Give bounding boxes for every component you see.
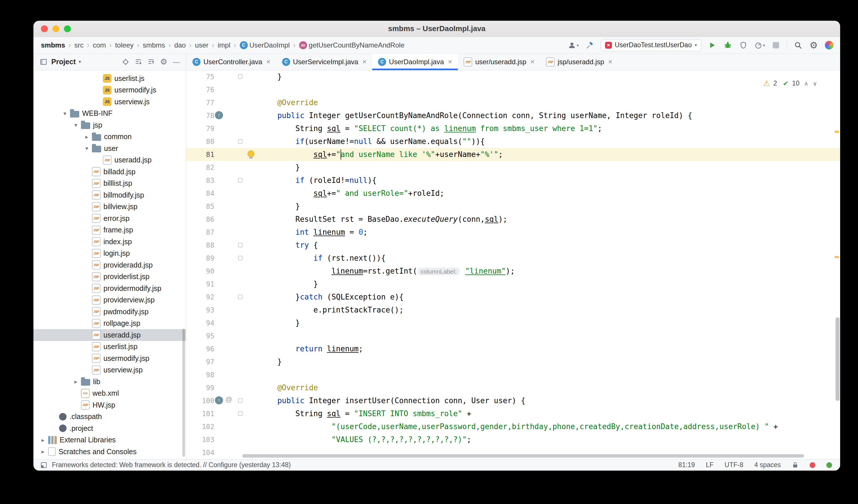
tree-item[interactable]: JSPindex.jsp: [33, 236, 186, 248]
breadcrumb-item[interactable]: toleey: [115, 41, 133, 49]
close-icon[interactable]: ×: [608, 58, 613, 65]
editor-tab[interactable]: CUserController.java×: [187, 53, 276, 70]
line-number[interactable]: 100: [186, 397, 214, 405]
code-line[interactable]: 89 if (rst.next()){: [186, 252, 840, 265]
chevron-right-icon[interactable]: ▸: [38, 448, 48, 455]
line-number[interactable]: 83: [186, 177, 214, 184]
code-line[interactable]: 102 "(userCode,userName,userPassword,gen…: [186, 420, 840, 433]
line-number[interactable]: 78: [186, 112, 214, 120]
code-line[interactable]: 92 }catch (SQLException e){: [186, 291, 840, 304]
editor-tab[interactable]: JSPjsp/useradd.jsp×: [540, 53, 618, 70]
tree-item[interactable]: ▸Scratches and Consoles: [33, 446, 186, 458]
code-line[interactable]: 93 e.printStackTrace();: [186, 304, 840, 316]
tree-item[interactable]: JSPproviderlist.jsp: [33, 271, 186, 283]
close-window-button[interactable]: [41, 25, 48, 32]
chevron-down-icon[interactable]: ▾: [81, 145, 92, 152]
warning-stripe-mark[interactable]: [835, 131, 839, 133]
line-number[interactable]: 93: [186, 306, 214, 314]
readonly-lock-icon[interactable]: [792, 462, 799, 469]
code-line[interactable]: 86 ResultSet rst = BaseDao.executeQuery(…: [186, 213, 840, 226]
tree-item[interactable]: JSPprovideradd.jsp: [33, 259, 186, 271]
code-line[interactable]: 77 @Override: [186, 96, 840, 109]
code-line[interactable]: 76: [186, 83, 840, 96]
file-encoding[interactable]: UTF-8: [725, 461, 743, 469]
line-number[interactable]: 86: [186, 215, 214, 224]
tool-windows-toggle-icon[interactable]: [40, 462, 47, 469]
tree-item[interactable]: JSPuserlist.jsp: [33, 341, 186, 353]
override-method-icon[interactable]: ↑: [215, 111, 223, 119]
line-number[interactable]: 94: [186, 319, 214, 327]
code-line[interactable]: 98: [186, 368, 840, 381]
fold-marker-icon[interactable]: [238, 178, 243, 183]
inspections-widget[interactable]: ⚠ 2 ✔ 10 ∧ ∨: [760, 78, 820, 89]
tree-item[interactable]: </>web.xml: [33, 388, 186, 400]
override-method-icon[interactable]: ↑: [215, 396, 223, 404]
breadcrumb-item[interactable]: impl: [218, 41, 231, 49]
code-line[interactable]: 97 }: [186, 355, 840, 368]
breadcrumb-item[interactable]: src: [74, 41, 83, 49]
line-number[interactable]: 90: [186, 267, 214, 275]
tree-item[interactable]: .project: [33, 423, 186, 434]
tree-item[interactable]: JSPbillview.jsp: [33, 201, 186, 213]
panel-options-gear-icon[interactable]: ⚙: [159, 57, 169, 67]
fold-marker-icon[interactable]: [238, 295, 243, 299]
code-line[interactable]: 80 if(userName!=null && userName.equals(…: [186, 135, 840, 148]
coverage-button[interactable]: [739, 40, 748, 50]
breadcrumb-item[interactable]: user: [195, 41, 209, 49]
line-number[interactable]: 104: [186, 449, 214, 457]
line-number[interactable]: 98: [186, 371, 214, 379]
line-number[interactable]: 102: [186, 423, 214, 431]
editor-tab[interactable]: JSPuser/useradd.jsp×: [458, 53, 540, 70]
code-line[interactable]: 85 }: [186, 200, 840, 213]
code-line[interactable]: 91 }: [186, 278, 840, 291]
chevron-right-icon[interactable]: ▸: [38, 437, 48, 443]
fold-marker-icon[interactable]: [238, 398, 243, 403]
chevron-down-icon[interactable]: ▾: [79, 59, 81, 65]
notifications-icon[interactable]: [810, 462, 815, 468]
line-number[interactable]: 79: [186, 125, 214, 133]
tree-item[interactable]: ▸lib: [33, 376, 186, 388]
line-number[interactable]: 84: [186, 190, 214, 198]
tree-item[interactable]: JSPusermodify.jsp: [33, 353, 186, 364]
line-number[interactable]: 81: [186, 151, 214, 159]
code-line[interactable]: 100↑@ public Integer insertUser(Connecti…: [186, 394, 840, 407]
code-line[interactable]: 90 linenum=rst.getInt(columnLabel: "line…: [186, 265, 840, 278]
line-number[interactable]: 75: [186, 73, 214, 81]
tree-item[interactable]: ▾user: [33, 143, 186, 155]
line-number[interactable]: 95: [186, 332, 214, 340]
breadcrumb-item[interactable]: smbms: [143, 41, 165, 49]
tree-item[interactable]: JSPbilladd.jsp: [33, 166, 186, 178]
code-line[interactable]: 79 String sql = "SELECT count(*) as line…: [186, 122, 840, 135]
code-line[interactable]: 99 @Override: [186, 381, 840, 394]
close-icon[interactable]: ×: [362, 58, 366, 65]
line-number[interactable]: 97: [186, 358, 214, 366]
code-line[interactable]: 101 String sql = "INSERT INTO smbms_role…: [186, 407, 840, 420]
indent-style[interactable]: 4 spaces: [754, 461, 781, 469]
tree-item[interactable]: JSPbillmodify.jsp: [33, 189, 186, 201]
prev-problem-icon[interactable]: ∧: [804, 80, 808, 87]
tree-item[interactable]: JSPpwdmodify.jsp: [33, 306, 186, 318]
chevron-down-icon[interactable]: ▾: [70, 121, 81, 128]
chevron-right-icon[interactable]: ▸: [81, 133, 92, 140]
code-line[interactable]: 84 sql+=" and userRole="+roleId;: [186, 187, 840, 200]
tree-item[interactable]: JSPbilllist.jsp: [33, 178, 186, 190]
line-number[interactable]: 82: [186, 164, 214, 172]
tree-item[interactable]: JSPerror.jsp: [33, 213, 186, 224]
line-number[interactable]: 88: [186, 241, 214, 249]
code-line[interactable]: 81 sql+="and userName like '%"+userName+…: [186, 148, 840, 161]
profiler-button[interactable]: ▾: [754, 40, 765, 50]
fold-marker-icon[interactable]: [238, 243, 243, 247]
debug-button[interactable]: [723, 40, 732, 50]
tree-item[interactable]: JSProllpage.jsp: [33, 318, 186, 329]
code-line[interactable]: 83 if (roleId!=null){: [186, 174, 840, 187]
breadcrumb-item[interactable]: com: [93, 41, 106, 49]
settings-gear-icon[interactable]: ⚙: [809, 40, 818, 50]
editor-tab[interactable]: CUserServiceImpl.java×: [276, 53, 372, 70]
search-everywhere-icon[interactable]: [793, 40, 803, 50]
tree-item[interactable]: JSPprovidermodify.jsp: [33, 282, 186, 294]
project-panel-title[interactable]: Project: [51, 58, 76, 66]
code-line[interactable]: 96 return linenum;: [186, 342, 840, 355]
code-line[interactable]: 103 "VALUES (?,?,?,?,?,?,?,?,?,?)";: [186, 433, 840, 446]
line-number[interactable]: 103: [186, 436, 214, 444]
line-number[interactable]: 92: [186, 293, 214, 301]
